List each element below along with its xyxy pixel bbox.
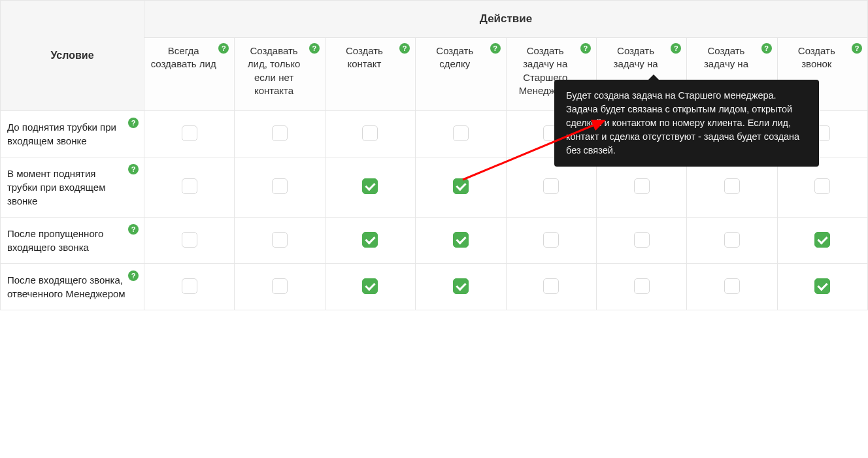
checkbox-cell — [416, 157, 506, 218]
table-row: После пропущенного входящего звонка? — [1, 218, 868, 264]
table-row: После входящего звонка, отвеченного Мене… — [1, 264, 868, 310]
checkbox[interactable] — [272, 278, 288, 294]
checkbox-cell — [235, 111, 325, 157]
checkbox-cell — [506, 218, 596, 264]
help-icon[interactable]: ? — [761, 43, 772, 54]
checkbox-cell — [325, 157, 415, 218]
row-label-cell: После входящего звонка, отвеченного Мене… — [1, 264, 144, 310]
checkbox[interactable] — [634, 178, 650, 194]
checkbox[interactable] — [272, 178, 288, 194]
column-header: Всегда создавать лид ? — [144, 38, 235, 111]
checkbox[interactable] — [362, 278, 378, 294]
column-header: Создавать лид, только если нет контакта … — [235, 38, 325, 111]
help-icon[interactable]: ? — [128, 118, 139, 128]
checkbox[interactable] — [814, 232, 830, 248]
condition-header: Условие — [1, 1, 144, 111]
row-label-cell: До поднятия трубки при входящем звонке? — [1, 111, 144, 157]
checkbox[interactable] — [272, 232, 288, 248]
checkbox-cell — [416, 264, 506, 310]
checkbox[interactable] — [543, 232, 559, 248]
checkbox[interactable] — [634, 278, 650, 294]
checkbox[interactable] — [453, 232, 469, 248]
checkbox-cell — [144, 264, 235, 310]
checkbox-cell — [325, 264, 415, 310]
checkbox[interactable] — [453, 278, 469, 294]
checkbox[interactable] — [543, 278, 559, 294]
checkbox[interactable] — [182, 125, 197, 141]
checkbox-cell — [596, 264, 686, 310]
help-icon[interactable]: ? — [490, 43, 501, 54]
checkbox[interactable] — [724, 232, 740, 248]
row-label-cell: В момент поднятия трубки при входящем зв… — [1, 157, 144, 218]
column-header: Создать сделку ? — [416, 38, 506, 111]
checkbox[interactable] — [182, 178, 197, 194]
checkbox[interactable] — [362, 178, 378, 194]
checkbox[interactable] — [453, 125, 469, 141]
checkbox-cell — [687, 264, 777, 310]
row-label-cell: После пропущенного входящего звонка? — [1, 218, 144, 264]
checkbox[interactable] — [814, 278, 830, 294]
checkbox[interactable] — [182, 278, 197, 294]
checkbox-cell — [416, 218, 506, 264]
checkbox[interactable] — [362, 125, 378, 141]
checkbox-cell — [235, 157, 325, 218]
checkbox-cell — [325, 111, 415, 157]
checkbox-cell — [235, 218, 325, 264]
checkbox-cell — [235, 264, 325, 310]
checkbox[interactable] — [453, 178, 469, 194]
checkbox-cell — [506, 264, 596, 310]
checkbox-cell — [777, 218, 867, 264]
checkbox[interactable] — [182, 232, 197, 248]
checkbox[interactable] — [272, 125, 288, 141]
help-icon[interactable]: ? — [128, 224, 139, 235]
checkbox-cell — [144, 111, 235, 157]
checkbox[interactable] — [362, 232, 378, 248]
checkbox-cell — [687, 218, 777, 264]
help-icon[interactable]: ? — [580, 43, 591, 54]
checkbox-cell — [777, 264, 867, 310]
checkbox-cell — [144, 218, 235, 264]
checkbox[interactable] — [634, 232, 650, 248]
action-header: Действие — [144, 1, 868, 38]
checkbox-cell — [416, 111, 506, 157]
checkbox[interactable] — [724, 278, 740, 294]
tooltip: Будет создана задача на Старшего менедже… — [554, 80, 819, 167]
help-icon[interactable]: ? — [399, 43, 410, 54]
checkbox-cell — [144, 157, 235, 218]
help-icon[interactable]: ? — [852, 43, 862, 54]
checkbox-cell — [325, 218, 415, 264]
help-icon[interactable]: ? — [309, 43, 320, 54]
column-header: Создать контакт ? — [325, 38, 415, 111]
checkbox[interactable] — [543, 178, 559, 194]
checkbox-cell — [596, 218, 686, 264]
checkbox[interactable] — [814, 178, 830, 194]
help-icon[interactable]: ? — [128, 270, 139, 281]
checkbox[interactable] — [724, 178, 740, 194]
help-icon[interactable]: ? — [128, 164, 139, 174]
